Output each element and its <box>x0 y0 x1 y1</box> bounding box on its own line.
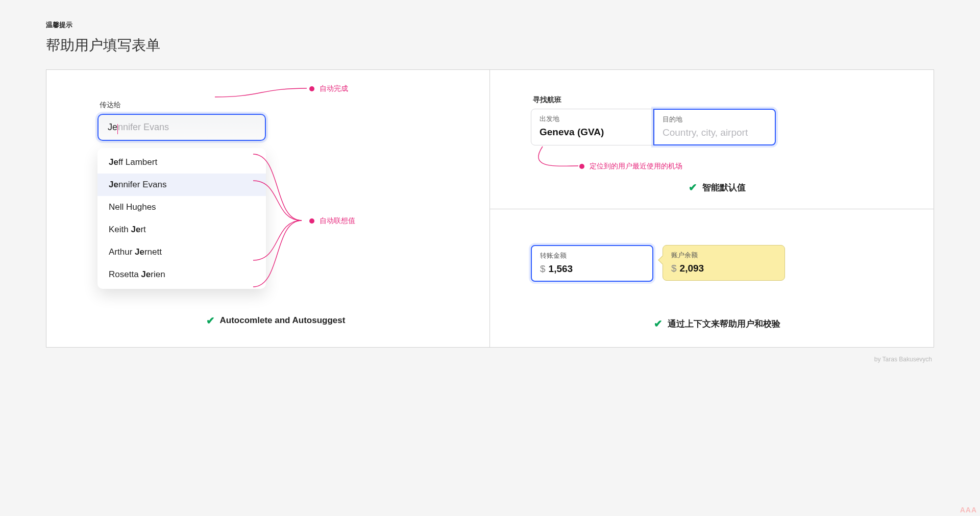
balance-label: 账户余额 <box>671 251 776 260</box>
example-caption: ✔ 通过上下文来帮助用户和校验 <box>531 317 903 330</box>
example-caption: ✔ Autocomlete and Autosuggest <box>97 314 454 327</box>
callout-dot-icon <box>309 218 314 224</box>
check-icon: ✔ <box>689 181 697 193</box>
callout-dot-icon <box>579 164 584 169</box>
input-typed-text: Je <box>108 122 117 133</box>
suggestion-item[interactable]: Keith Jert <box>97 218 266 241</box>
from-value: Geneva (GVA) <box>540 127 645 138</box>
to-label: 目的地 <box>663 115 767 124</box>
example-smart-defaults: 寻找航班 出发地 Geneva (GVA) 目的地 Country, city,… <box>490 70 934 209</box>
credit-line: by Taras Bakusevych <box>46 356 934 363</box>
suggestion-list: Jeff LambertJennifer EvansNell HughesKei… <box>97 148 266 289</box>
currency-symbol: $ <box>540 263 546 274</box>
suggestion-item[interactable]: Jeff Lambert <box>97 151 266 174</box>
check-icon: ✔ <box>654 317 663 330</box>
flight-fields: 出发地 Geneva (GVA) 目的地 Country, city, airp… <box>531 109 903 145</box>
eyebrow: 温馨提示 <box>46 20 934 30</box>
callout-autocomplete: 自动完成 <box>309 84 348 93</box>
from-label: 出发地 <box>540 114 645 124</box>
callout-dot-icon <box>309 86 314 91</box>
from-field[interactable]: 出发地 Geneva (GVA) <box>531 109 653 145</box>
example-contextual-help: 转账金额 $1,563 账户余额 $2,093 ✔ 通过上下文来帮助用户和校验 <box>490 209 934 347</box>
money-row: 转账金额 $1,563 账户余额 $2,093 <box>531 245 903 282</box>
balance-value: $2,093 <box>671 263 776 274</box>
balance-tooltip: 账户余额 $2,093 <box>663 245 785 281</box>
to-placeholder: Country, city, airport <box>663 127 767 138</box>
example-caption: ✔ 智能默认值 <box>531 181 903 193</box>
currency-symbol: $ <box>671 263 677 274</box>
suggestion-item[interactable]: Rosetta Jerien <box>97 263 266 286</box>
transfer-amount-field[interactable]: 转账金额 $1,563 <box>531 245 653 282</box>
suggestion-item[interactable]: Jennifer Evans <box>97 174 266 196</box>
suggestion-item[interactable]: Arthur Jernett <box>97 241 266 263</box>
suggestion-item[interactable]: Nell Hughes <box>97 196 266 218</box>
example-autocomplete: 传达给 Jennifer Evans Jeff LambertJennifer … <box>46 70 490 347</box>
right-column: 寻找航班 出发地 Geneva (GVA) 目的地 Country, city,… <box>490 70 934 347</box>
field-label: 传达给 <box>100 101 454 110</box>
amount-label: 转账金额 <box>540 251 644 260</box>
examples-grid: 传达给 Jennifer Evans Jeff LambertJennifer … <box>46 69 934 348</box>
to-field[interactable]: 目的地 Country, city, airport <box>653 109 776 145</box>
check-icon: ✔ <box>206 314 215 327</box>
autocomplete-combo: Jennifer Evans Jeff LambertJennifer Evan… <box>97 114 266 289</box>
callout-smart-default: 定位到的用户最近使用的机场 <box>579 162 682 171</box>
section-label: 寻找航班 <box>533 95 903 105</box>
connector-line <box>537 146 583 172</box>
callout-autosuggest: 自动联想值 <box>309 216 355 226</box>
page-title: 帮助用户填写表单 <box>46 36 934 55</box>
amount-value: $1,563 <box>540 263 644 275</box>
input-ghost-text: nnifer Evans <box>118 122 169 133</box>
text-cursor <box>117 124 118 134</box>
autocomplete-input[interactable]: Jennifer Evans <box>97 114 266 141</box>
